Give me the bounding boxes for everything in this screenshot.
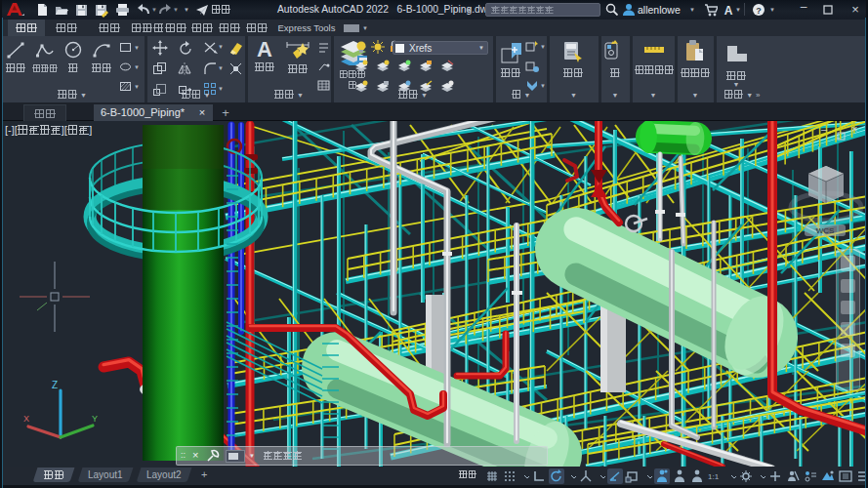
svg-text:Y: Y — [92, 414, 98, 424]
svg-text:WCS: WCS — [816, 226, 835, 235]
svg-text:?: ? — [756, 6, 762, 16]
svg-text:Z: Z — [52, 380, 58, 390]
svg-text:A: A — [724, 4, 733, 18]
svg-text:X: X — [23, 414, 29, 424]
svg-text:1:1: 1:1 — [708, 472, 720, 481]
